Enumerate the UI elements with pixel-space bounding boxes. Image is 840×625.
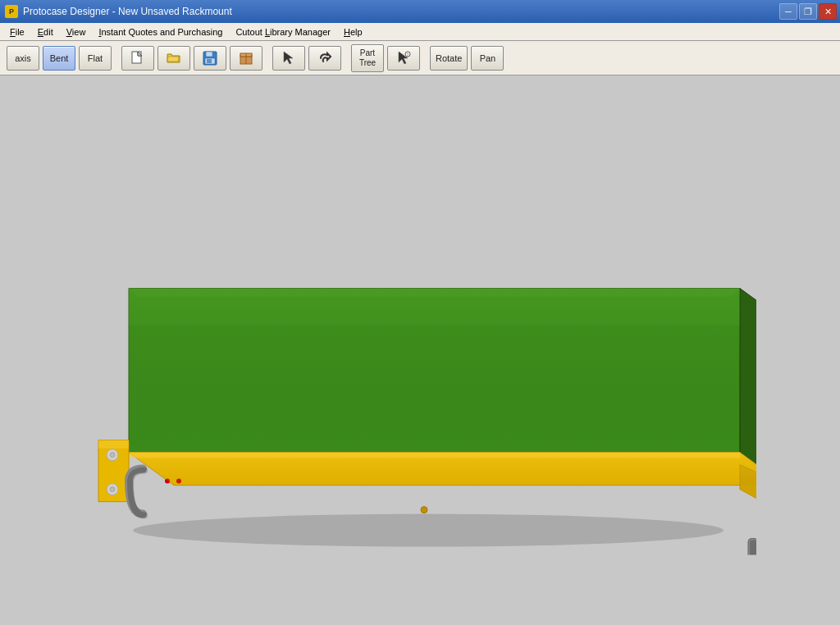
save-icon xyxy=(203,51,217,66)
rackmount-svg xyxy=(84,162,756,555)
restore-button[interactable]: ❐ xyxy=(799,3,817,20)
minimize-button[interactable]: ─ xyxy=(779,3,797,20)
svg-marker-10 xyxy=(284,52,293,64)
svg-rect-5 xyxy=(207,59,212,63)
bent-button[interactable]: Bent xyxy=(43,46,75,71)
svg-rect-32 xyxy=(750,541,756,555)
new-file-icon xyxy=(130,51,145,66)
svg-point-26 xyxy=(110,487,115,492)
window-controls: ─ ❐ ✕ xyxy=(779,3,837,20)
svg-point-35 xyxy=(421,507,427,513)
toolbar: axis Bent Flat xyxy=(0,41,840,75)
rackmount-3d-view xyxy=(84,162,756,555)
help-cursor-icon: ? xyxy=(396,51,411,66)
titlebar: P Protocase Designer - New Unsaved Rackm… xyxy=(0,0,840,23)
app-icon: P xyxy=(5,5,18,18)
title-text: Protocase Designer - New Unsaved Rackmou… xyxy=(23,6,232,17)
save-button[interactable] xyxy=(194,46,226,71)
menu-cutout-library[interactable]: Cutout Library Manager xyxy=(229,25,337,39)
axis-button[interactable]: axis xyxy=(7,46,39,71)
title-left: P Protocase Designer - New Unsaved Rackm… xyxy=(5,5,232,18)
menu-edit[interactable]: Edit xyxy=(31,25,60,39)
rotate-button[interactable]: Rotate xyxy=(430,46,468,71)
select-button[interactable] xyxy=(272,46,305,71)
svg-marker-37 xyxy=(129,289,740,453)
menubar: File Edit View Instant Quotes and Purcha… xyxy=(0,23,840,41)
svg-marker-38 xyxy=(129,453,756,486)
canvas xyxy=(0,75,840,625)
flat-button[interactable]: Flat xyxy=(79,46,112,71)
package-button[interactable] xyxy=(230,46,262,71)
menu-file[interactable]: File xyxy=(3,25,31,39)
svg-marker-21 xyxy=(98,440,129,449)
new-file-button[interactable] xyxy=(121,46,154,71)
svg-rect-3 xyxy=(206,52,212,57)
svg-point-14 xyxy=(133,514,724,547)
help-cursor-button[interactable]: ? xyxy=(387,46,420,71)
open-folder-button[interactable] xyxy=(158,46,190,71)
open-folder-icon xyxy=(167,51,181,66)
package-icon xyxy=(239,51,253,66)
menu-help[interactable]: Help xyxy=(337,25,369,39)
svg-text:?: ? xyxy=(407,52,409,57)
close-button[interactable]: ✕ xyxy=(819,3,837,20)
select-icon xyxy=(281,51,296,66)
undo-icon xyxy=(317,51,332,66)
menu-view[interactable]: View xyxy=(60,25,93,39)
menu-instant-quotes[interactable]: Instant Quotes and Purchasing xyxy=(92,25,229,39)
pan-button[interactable]: Pan xyxy=(471,46,504,71)
part-tree-button[interactable]: PartTree xyxy=(351,44,384,72)
undo-button[interactable] xyxy=(308,46,341,71)
svg-point-24 xyxy=(110,453,115,458)
